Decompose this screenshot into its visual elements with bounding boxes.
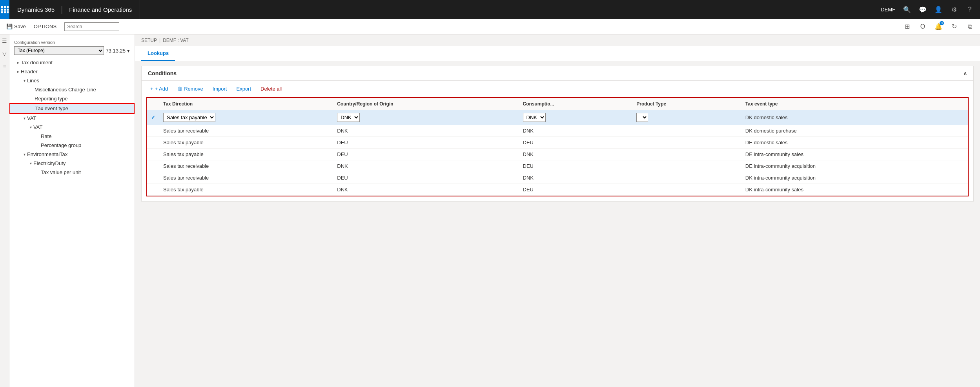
tab-lookups[interactable]: Lookups xyxy=(141,46,175,61)
tree-item-environmental-tax[interactable]: ▾ EnvironmentalTax xyxy=(9,150,135,159)
row-country-0[interactable]: DNK xyxy=(333,110,519,125)
table-body: ✓Sales tax payableDNKDNKDK domestic sale… xyxy=(147,110,968,196)
options-button[interactable]: OPTIONS xyxy=(31,22,60,31)
tree-item-tax-event-type[interactable]: Tax event type xyxy=(9,103,135,114)
tree-item-vat2[interactable]: ▾ VAT xyxy=(9,123,135,132)
config-version-label: Configuration version xyxy=(9,38,135,45)
conditions-table: Tax Direction Country/Region of Origin C… xyxy=(147,98,968,196)
tree-arrow-vat: ▾ xyxy=(24,116,26,120)
conditions-header: Conditions ∧ xyxy=(142,66,973,81)
settings-icon[interactable]: ⚙ xyxy=(947,2,961,16)
user-icon[interactable]: 👤 xyxy=(931,2,945,16)
refresh-icon[interactable]: ↻ xyxy=(947,20,961,34)
row-check-6 xyxy=(147,184,159,196)
top-nav-right: DEMF 🔍 💬 👤 ⚙ ? xyxy=(878,2,980,16)
tree-item-rate[interactable]: Rate xyxy=(9,132,135,141)
export-button[interactable]: Export xyxy=(232,84,255,94)
add-label: + Add xyxy=(155,86,168,92)
checkmark-0: ✓ xyxy=(151,114,155,120)
tree-item-misc-charge-line[interactable]: Miscellaneous Charge Line xyxy=(9,85,135,94)
row-country-4: DNK xyxy=(333,160,519,172)
tree-item-lines[interactable]: ▾ Lines xyxy=(9,76,135,85)
help-icon[interactable]: ? xyxy=(963,2,977,16)
col-consumption: Consumptio... xyxy=(519,98,633,110)
brand-area: Dynamics 365 | Finance and Operations xyxy=(9,0,140,19)
table-row[interactable]: Sales tax payableDNKDEUDK intra-communit… xyxy=(147,184,968,196)
add-button[interactable]: + + Add xyxy=(146,84,172,94)
main-layout: ☰ ▽ ≡ Configuration version Tax (Europe)… xyxy=(0,35,980,387)
collapse-icon[interactable]: ∧ xyxy=(963,70,967,76)
row-consumption-0[interactable]: DNK xyxy=(519,110,633,125)
row-consumption-4: DEU xyxy=(519,160,633,172)
tree-label-electricity-duty: ElectricityDuty xyxy=(33,160,66,166)
row-tax-event-type-5: DK intra-community acquisition xyxy=(741,172,968,184)
app-grid-button[interactable] xyxy=(0,0,9,19)
consumption-select-0[interactable]: DNK xyxy=(523,113,546,122)
user-label: DEMF xyxy=(878,7,898,13)
hamburger-menu-icon[interactable]: ☰ xyxy=(2,38,7,44)
tree-item-vat[interactable]: ▾ VAT xyxy=(9,114,135,123)
table-row[interactable]: Sales tax payableDEUDNKDE intra-communit… xyxy=(147,149,968,160)
message-icon[interactable]: 💬 xyxy=(916,2,930,16)
grid-icon xyxy=(1,6,9,13)
office-icon[interactable]: O xyxy=(916,20,930,34)
row-product-0[interactable] xyxy=(632,110,741,125)
table-row[interactable]: Sales tax receivableDNKDNKDK domestic pu… xyxy=(147,125,968,137)
tree-label-header: Header xyxy=(21,69,38,74)
tree-panel: Configuration version Tax (Europe) 73.13… xyxy=(9,35,135,387)
tree-label-percentage-group: Percentage group xyxy=(41,142,81,148)
remove-button[interactable]: 🗑 Remove xyxy=(173,84,207,94)
tax-direction-select-0[interactable]: Sales tax payable xyxy=(163,113,215,122)
tree-label-rate: Rate xyxy=(41,133,51,139)
row-tax-direction-1: Sales tax receivable xyxy=(159,125,333,137)
country-select-0[interactable]: DNK xyxy=(337,113,360,122)
import-button[interactable]: Import xyxy=(209,84,231,94)
config-dropdown-icon: ▾ xyxy=(127,48,130,54)
save-button[interactable]: 💾 Save xyxy=(3,22,29,31)
remove-label: Remove xyxy=(184,86,203,92)
dynamics365-label: Dynamics 365 xyxy=(17,6,55,13)
notifications-icon[interactable]: 🔔 0 xyxy=(931,20,945,34)
table-row[interactable]: Sales tax receivableDEUDNKDK intra-commu… xyxy=(147,172,968,184)
save-label: Save xyxy=(14,24,26,29)
open-in-new-icon[interactable]: ⧉ xyxy=(963,20,977,34)
row-country-5: DEU xyxy=(333,172,519,184)
tree-item-header[interactable]: ▸ Header xyxy=(9,67,135,76)
delete-all-button[interactable]: Delete all xyxy=(257,84,286,94)
tree-item-reporting-type[interactable]: Reporting type xyxy=(9,94,135,103)
list-icon[interactable]: ≡ xyxy=(3,63,6,69)
config-version-select[interactable]: Tax (Europe) xyxy=(14,46,104,55)
filter-icon[interactable]: ▽ xyxy=(2,50,7,56)
fullscreen-icon[interactable]: ⊞ xyxy=(900,20,914,34)
tree-arrow-electricity-duty: ▾ xyxy=(30,161,32,165)
conditions-table-wrapper: Tax Direction Country/Region of Origin C… xyxy=(146,97,969,196)
fo-label: Finance and Operations xyxy=(69,6,132,13)
row-tax-event-type-2: DE domestic sales xyxy=(741,137,968,149)
tree-item-electricity-duty[interactable]: ▾ ElectricityDuty xyxy=(9,159,135,168)
tree-label-tax-value-per-unit: Tax value per unit xyxy=(41,169,81,175)
search-icon[interactable]: 🔍 xyxy=(900,2,914,16)
toolbar-search-input[interactable] xyxy=(64,22,119,31)
row-tax-direction-4: Sales tax receivable xyxy=(159,160,333,172)
row-product-5 xyxy=(632,172,741,184)
row-country-6: DNK xyxy=(333,184,519,196)
tree-label-tax-event-type: Tax event type xyxy=(35,105,68,111)
table-row[interactable]: ✓Sales tax payableDNKDNKDK domestic sale… xyxy=(147,110,968,125)
table-row[interactable]: Sales tax payableDEUDEUDE domestic sales xyxy=(147,137,968,149)
tree-item-percentage-group[interactable]: Percentage group xyxy=(9,141,135,150)
content-area: SETUP | DEMF : VAT Lookups Conditions ∧ … xyxy=(135,35,980,387)
row-check-1 xyxy=(147,125,159,137)
tree-item-tax-document[interactable]: ▸ Tax document xyxy=(9,58,135,67)
tree-item-tax-value-per-unit[interactable]: Tax value per unit xyxy=(9,168,135,177)
col-tax-event-type: Tax event type xyxy=(741,98,968,110)
col-check xyxy=(147,98,159,110)
row-tax-direction-0[interactable]: Sales tax payable xyxy=(159,110,333,125)
product-select-0[interactable] xyxy=(636,113,648,122)
table-row[interactable]: Sales tax receivableDNKDEUDE intra-commu… xyxy=(147,160,968,172)
row-check-3 xyxy=(147,149,159,160)
breadcrumb-setup: SETUP xyxy=(141,38,157,43)
breadcrumb-sep: | xyxy=(159,38,160,43)
row-tax-event-type-1: DK domestic purchase xyxy=(741,125,968,137)
toolbar: 💾 Save OPTIONS ⊞ O 🔔 0 ↻ ⧉ xyxy=(0,19,980,35)
tree-label-environmental-tax: EnvironmentalTax xyxy=(27,151,67,157)
